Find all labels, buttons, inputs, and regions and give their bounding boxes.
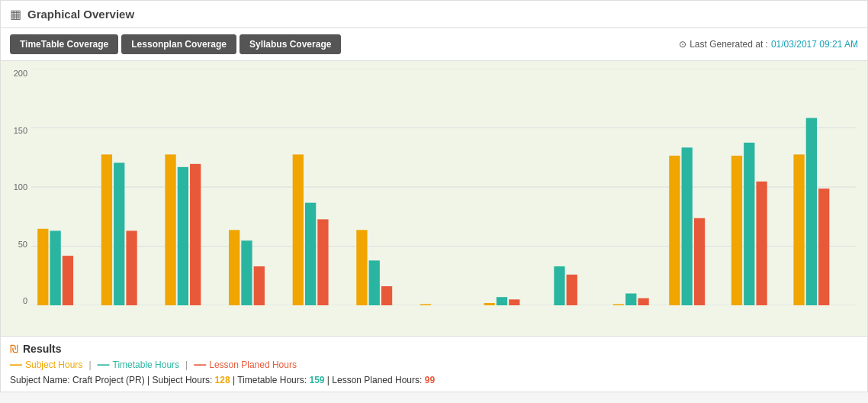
results-header: ₪ Results — [10, 343, 858, 355]
lesson-hours-dash: — — [194, 359, 206, 371]
svg-rect-48 — [756, 182, 767, 305]
chart-area: 200 150 100 50 0 Des Gar — [1, 61, 867, 336]
svg-rect-32 — [497, 297, 507, 305]
svg-rect-11 — [126, 231, 137, 305]
y-axis: 200 150 100 50 0 — [1, 69, 31, 305]
timetable-hours-prefix: Timetable Hours: — [237, 375, 307, 385]
svg-rect-23 — [317, 219, 328, 305]
svg-rect-17 — [229, 230, 240, 305]
page-title: Graphical Overview — [27, 8, 134, 21]
svg-rect-51 — [806, 118, 817, 305]
result-detail: Subject Name: Craft Project (PR) | Subje… — [10, 375, 858, 385]
clock-icon: ⊙ — [679, 39, 686, 50]
svg-rect-31 — [484, 303, 495, 305]
svg-rect-36 — [567, 275, 577, 305]
svg-rect-18 — [241, 240, 252, 305]
results-icon: ₪ — [10, 343, 18, 355]
lesson-hours-prefix: Lesson Planed Hours: — [332, 375, 422, 385]
legend-subject: — Subject Hours — [10, 359, 82, 371]
chart-icon: ▦ — [10, 7, 21, 21]
lesson-hours-value: 99 — [425, 375, 435, 385]
svg-rect-52 — [818, 189, 829, 305]
svg-rect-15 — [190, 164, 201, 305]
bar-chart-svg: Des Gar Fas App Dra His — [31, 69, 856, 305]
svg-rect-13 — [165, 154, 175, 305]
svg-rect-7 — [63, 256, 73, 305]
subject-hours-dash: — — [10, 359, 22, 371]
svg-rect-5 — [37, 229, 48, 305]
subject-name-value: Craft Project (PR) — [72, 375, 145, 385]
tab-lessonplan-coverage[interactable]: Lessonplan Coverage — [121, 34, 236, 54]
svg-rect-27 — [381, 286, 392, 305]
svg-rect-38 — [613, 305, 624, 306]
timetable-hours-dash: — — [98, 359, 110, 371]
last-generated-time: 01/03/2017 09:21 AM — [771, 39, 858, 50]
svg-rect-26 — [369, 260, 380, 305]
svg-rect-6 — [50, 231, 60, 305]
y-label-200: 200 — [14, 69, 27, 78]
legend-timetable: — Timetable Hours — [98, 359, 180, 371]
svg-rect-19 — [254, 266, 265, 305]
subject-hours-label: Subject Hours — [25, 359, 82, 370]
toolbar: TimeTable Coverage Lessonplan Coverage S… — [1, 28, 867, 61]
svg-rect-42 — [669, 156, 680, 305]
legend: — Subject Hours | — Timetable Hours | — … — [10, 359, 858, 371]
tab-buttons: TimeTable Coverage Lessonplan Coverage S… — [10, 34, 341, 54]
svg-rect-50 — [793, 154, 804, 305]
y-label-150: 150 — [14, 126, 27, 135]
timetable-hours-label: Timetable Hours — [113, 359, 180, 370]
y-label-0: 0 — [23, 296, 27, 305]
timetable-hours-value: 159 — [309, 375, 324, 385]
svg-rect-25 — [356, 230, 367, 305]
page-header: ▦ Graphical Overview — [1, 1, 867, 28]
svg-rect-43 — [682, 147, 693, 305]
svg-rect-39 — [625, 294, 636, 306]
lesson-hours-label: Lesson Planed Hours — [209, 359, 297, 370]
tab-syllabus-coverage[interactable]: Syllabus Coverage — [240, 34, 341, 54]
subject-hours-prefix: Subject Hours: — [153, 375, 213, 385]
last-generated: ⊙ Last Generated at : 01/03/2017 09:21 A… — [679, 39, 858, 50]
subject-hours-value: 128 — [215, 375, 230, 385]
results-title: Results — [23, 343, 62, 355]
svg-rect-40 — [638, 298, 648, 305]
svg-rect-21 — [293, 154, 304, 305]
results-section: ₪ Results — Subject Hours | — Timetable … — [1, 336, 867, 392]
subject-name-prefix: Subject Name: — [10, 375, 70, 385]
y-label-50: 50 — [18, 240, 27, 249]
svg-rect-14 — [178, 167, 188, 305]
svg-rect-47 — [744, 143, 754, 305]
y-label-100: 100 — [14, 182, 27, 192]
svg-rect-22 — [305, 203, 316, 305]
svg-rect-35 — [554, 266, 564, 305]
legend-lesson: — Lesson Planed Hours — [194, 359, 297, 371]
svg-rect-44 — [694, 218, 705, 305]
tab-timetable-coverage[interactable]: TimeTable Coverage — [10, 34, 118, 54]
svg-rect-9 — [101, 154, 112, 305]
svg-rect-10 — [114, 163, 124, 305]
svg-rect-29 — [420, 305, 431, 306]
svg-rect-33 — [509, 299, 519, 305]
svg-rect-46 — [731, 156, 742, 305]
